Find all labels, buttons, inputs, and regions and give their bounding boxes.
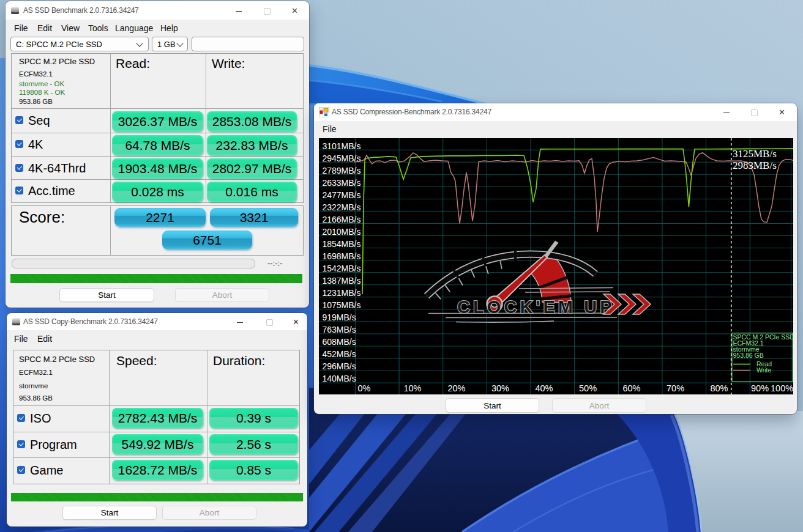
svg-text:1387MB/s: 1387MB/s [322, 276, 360, 286]
svg-text:20%: 20% [447, 383, 465, 393]
svg-text:2010MB/s: 2010MB/s [322, 227, 360, 237]
svg-text:763MB/s: 763MB/s [322, 325, 356, 334]
svg-text:40%: 40% [535, 383, 553, 393]
svg-text:953.86 GB: 953.86 GB [733, 352, 764, 359]
svg-text:2477MB/s: 2477MB/s [322, 190, 360, 200]
svg-text:10%: 10% [403, 383, 421, 393]
svg-text:608MB/s: 608MB/s [322, 337, 356, 347]
svg-text:3125MB/s: 3125MB/s [733, 148, 777, 160]
svg-text:1698MB/s: 1698MB/s [322, 251, 360, 261]
svg-text:90%: 90% [751, 383, 769, 393]
svg-text:452MB/s: 452MB/s [322, 349, 356, 359]
svg-text:3101MB/s: 3101MB/s [322, 141, 360, 151]
svg-text:50%: 50% [579, 383, 597, 393]
svg-text:2633MB/s: 2633MB/s [322, 178, 360, 188]
svg-text:0%: 0% [357, 383, 370, 393]
svg-text:1075MB/s: 1075MB/s [322, 300, 360, 310]
svg-text:2322MB/s: 2322MB/s [322, 202, 360, 212]
svg-text:1542MB/s: 1542MB/s [322, 264, 360, 273]
svg-text:919MB/s: 919MB/s [322, 312, 356, 322]
svg-text:2166MB/s: 2166MB/s [322, 215, 360, 224]
svg-text:2945MB/s: 2945MB/s [322, 153, 360, 163]
svg-text:30%: 30% [491, 383, 509, 393]
svg-text:Write: Write [756, 366, 771, 374]
svg-text:70%: 70% [667, 383, 684, 393]
svg-text:140MB/s: 140MB/s [322, 374, 356, 383]
svg-text:2983MB/s: 2983MB/s [733, 160, 777, 171]
svg-text:100%: 100% [771, 383, 793, 393]
svg-text:1854MB/s: 1854MB/s [322, 239, 360, 249]
svg-text:60%: 60% [622, 383, 640, 393]
svg-text:80%: 80% [710, 383, 728, 393]
svg-text:2789MB/s: 2789MB/s [322, 166, 360, 175]
svg-text:296MB/s: 296MB/s [322, 361, 356, 371]
svg-text:1231MB/s: 1231MB/s [322, 288, 360, 298]
